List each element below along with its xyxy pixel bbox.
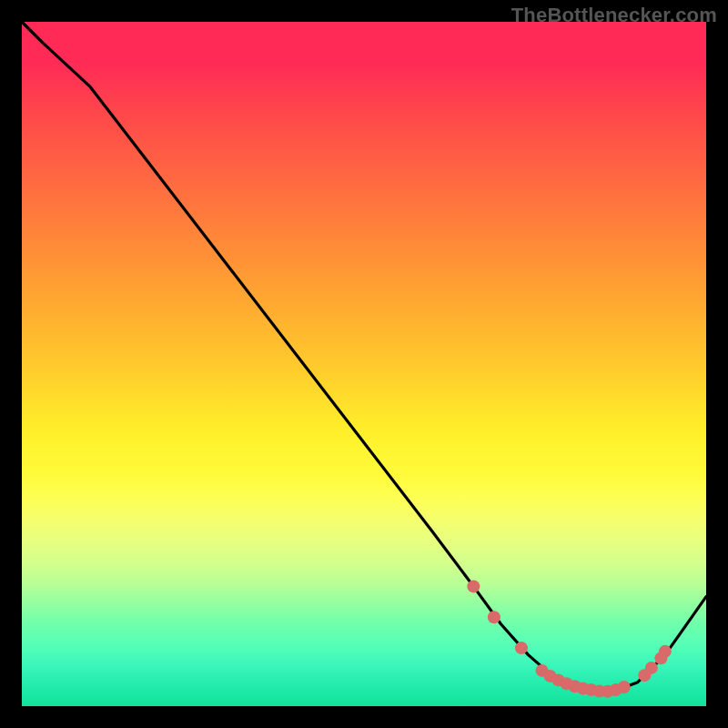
chart-svg (22, 22, 706, 706)
marker-group (467, 580, 672, 697)
marker-dot (645, 662, 658, 674)
chart-frame: TheBottlenecker.com (0, 0, 728, 728)
marker-dot (515, 642, 528, 654)
marker-dot (488, 611, 500, 623)
plot-area (22, 22, 706, 706)
marker-dot (659, 645, 672, 658)
marker-dot (618, 681, 631, 693)
curve-line (22, 22, 706, 693)
watermark-label: TheBottlenecker.com (511, 4, 717, 27)
marker-dot (467, 580, 480, 592)
